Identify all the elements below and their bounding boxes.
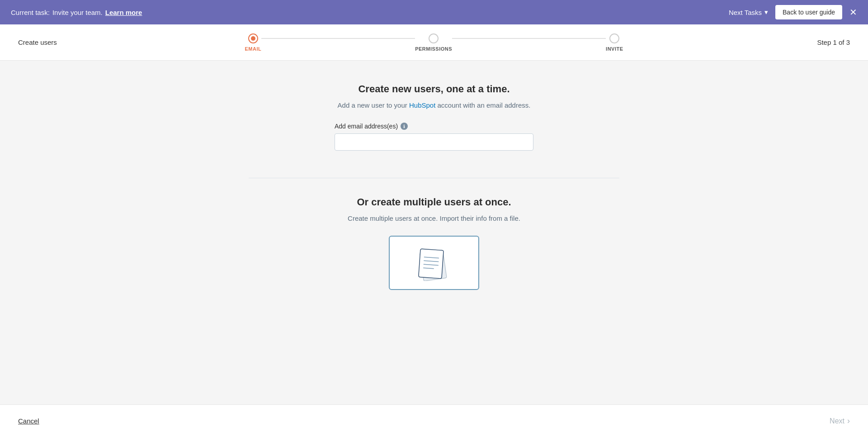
cancel-button[interactable]: Cancel [18, 417, 39, 425]
step-label-permissions: PERMISSIONS [415, 46, 452, 52]
create-users-label: Create users [18, 38, 57, 46]
step-connector-2 [452, 38, 606, 39]
info-icon-symbol: ℹ [403, 124, 405, 129]
multi-user-title: Or create multiple users at once. [249, 196, 619, 208]
hubspot-link: HubSpot [409, 101, 435, 109]
email-label-row: Add email address(es) ℹ [335, 123, 533, 130]
email-input[interactable] [335, 133, 533, 151]
step-invite: INVITE [606, 33, 623, 52]
next-label: Next [830, 417, 844, 425]
footer: Cancel Next › [0, 404, 868, 437]
main-content: Create new users, one at a time. Add a n… [0, 61, 868, 404]
step-connector-1 [261, 38, 415, 39]
single-user-title: Create new users, one at a time. [249, 83, 619, 95]
step-label-invite: INVITE [606, 46, 623, 52]
next-button[interactable]: Next › [830, 416, 850, 426]
step-email: EMAIL [245, 33, 261, 52]
multi-user-section: Or create multiple users at once. Create… [249, 196, 619, 290]
next-tasks-label: Next Tasks [729, 9, 762, 16]
learn-more-link[interactable]: Learn more [105, 9, 142, 16]
chevron-right-icon: › [847, 416, 850, 426]
info-icon[interactable]: ℹ [401, 123, 408, 130]
step-permissions: PERMISSIONS [415, 33, 452, 52]
subtitle-suffix: account with an email address. [435, 101, 530, 109]
multi-user-subtitle: Create multiple users at once. Import th… [249, 214, 619, 222]
back-to-guide-button[interactable]: Back to user guide [775, 5, 842, 19]
top-banner: Current task: Invite your team. Learn mo… [0, 0, 868, 24]
content-inner: Create new users, one at a time. Add a n… [231, 61, 637, 308]
step-circle-email [248, 33, 258, 43]
sub-header: Create users EMAIL PERMISSIONS INVITE St… [0, 24, 868, 61]
step-of-label: Step 1 of 3 [817, 38, 850, 46]
next-tasks-button[interactable]: Next Tasks ▾ [729, 8, 768, 16]
single-user-subtitle: Add a new user to your HubSpot account w… [249, 101, 619, 109]
subtitle-prefix: Add a new user to your [338, 101, 409, 109]
svg-rect-1 [419, 249, 443, 279]
email-label: Add email address(es) [335, 123, 398, 130]
chevron-down-icon: ▾ [764, 8, 768, 16]
banner-left: Current task: Invite your team. Learn mo… [11, 9, 142, 16]
single-user-section: Create new users, one at a time. Add a n… [249, 83, 619, 151]
section-divider [249, 178, 619, 178]
document-illustration [411, 245, 457, 281]
step-circle-permissions [429, 33, 439, 43]
step-label-email: EMAIL [245, 46, 261, 52]
step-circle-invite [609, 33, 619, 43]
current-task-label: Current task: [11, 9, 50, 16]
close-button[interactable]: ✕ [849, 8, 857, 17]
stepper: EMAIL PERMISSIONS INVITE [18, 33, 850, 52]
banner-right: Next Tasks ▾ Back to user guide ✕ [729, 5, 857, 19]
current-task-text: Invite your team. [52, 9, 103, 16]
import-file-card[interactable] [389, 236, 479, 290]
